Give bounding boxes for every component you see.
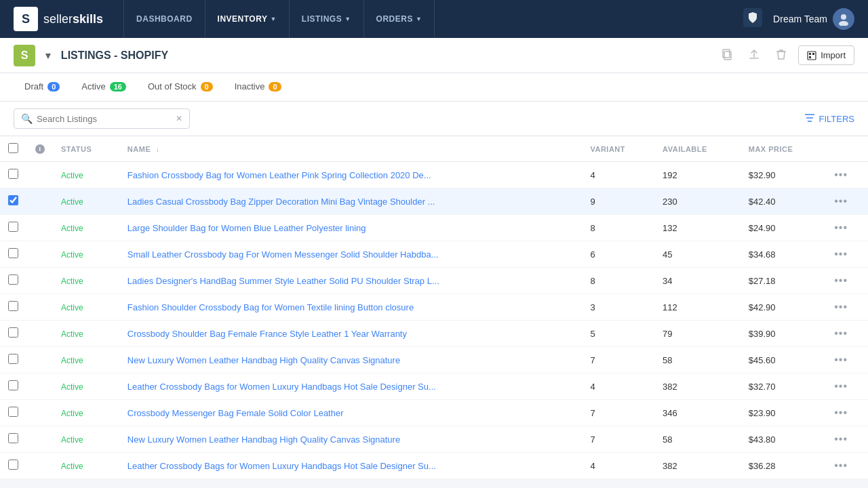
select-all-checkbox[interactable] <box>8 143 18 153</box>
row-checkbox[interactable] <box>8 327 18 338</box>
tab-out-of-stock[interactable]: Out of Stock 0 <box>137 73 224 101</box>
row-info-cell <box>27 373 53 400</box>
row-checkbox[interactable] <box>8 222 18 232</box>
row-actions-menu[interactable]: ••• <box>834 354 848 365</box>
row-actions-menu[interactable]: ••• <box>834 327 848 339</box>
tab-inactive[interactable]: Inactive 0 <box>224 73 292 101</box>
row-info-cell <box>27 321 53 347</box>
clear-icon[interactable]: ✕ <box>176 114 182 123</box>
row-name: Ladies Designer's HandBag Summer Style L… <box>119 268 583 294</box>
name-col-header[interactable]: NAME ↓ <box>119 136 583 162</box>
sub-header: S ▼ LISTINGS - SHOPIFY <box>0 38 868 73</box>
row-checkbox[interactable] <box>8 380 18 390</box>
table-row: Active Crossbody Messenger Bag Female So… <box>0 400 868 426</box>
row-max-price: $42.40 <box>741 188 826 215</box>
filters-button[interactable]: FILTERS <box>804 113 855 125</box>
logo-area[interactable]: S sellerskills <box>14 7 103 31</box>
row-info-cell <box>27 188 53 215</box>
row-variant: 5 <box>582 321 654 347</box>
row-actions-cell: ••• <box>826 321 868 347</box>
row-checkbox-cell <box>0 426 27 453</box>
product-link[interactable]: Crossbody Shoulder Bag Female France Sty… <box>127 329 407 339</box>
row-status: Active <box>53 347 119 373</box>
info-col: i <box>27 136 53 162</box>
row-checkbox[interactable] <box>8 433 18 443</box>
row-actions-menu[interactable]: ••• <box>834 248 848 260</box>
table-row: Active New Luxury Women Leather Handbag … <box>0 347 868 373</box>
row-name: Leather Crossbody Bags for Women Luxury … <box>119 453 583 479</box>
row-actions-menu[interactable]: ••• <box>834 407 848 418</box>
row-checkbox-cell <box>0 241 27 268</box>
search-input[interactable] <box>37 114 172 124</box>
sort-icon: ↓ <box>156 146 160 153</box>
search-box[interactable]: 🔍 ✕ <box>14 108 190 129</box>
row-actions-cell: ••• <box>826 294 868 321</box>
row-checkbox[interactable] <box>8 195 18 205</box>
product-link[interactable]: Small Leather Crossbody bag For Women Me… <box>127 249 439 260</box>
svg-rect-6 <box>809 53 811 55</box>
tab-draft[interactable]: Draft 0 <box>14 73 71 101</box>
header-app-icon[interactable] <box>743 8 762 30</box>
product-link[interactable]: Leather Crossbody Bags for Women Luxury … <box>127 461 436 471</box>
row-actions-menu[interactable]: ••• <box>834 301 848 312</box>
product-link[interactable]: Large Shoulder Bag for Women Blue Leathe… <box>127 223 366 233</box>
row-actions-menu[interactable]: ••• <box>834 460 848 471</box>
product-link[interactable]: New Luxury Women Leather Handbag High Qu… <box>127 355 400 365</box>
product-link[interactable]: Crossbody Messenger Bag Female Solid Col… <box>127 408 344 418</box>
upload-icon[interactable] <box>744 45 764 66</box>
row-checkbox[interactable] <box>8 301 18 311</box>
row-actions-cell: ••• <box>826 426 868 453</box>
row-variant: 9 <box>582 188 654 215</box>
row-actions-menu[interactable]: ••• <box>834 195 848 207</box>
row-checkbox-cell <box>0 453 27 479</box>
row-checkbox[interactable] <box>8 169 18 179</box>
row-variant: 6 <box>582 241 654 268</box>
row-actions-menu[interactable]: ••• <box>834 380 848 392</box>
select-all-col <box>0 136 27 162</box>
import-button[interactable]: Import <box>798 45 854 65</box>
nav-orders[interactable]: ORDERS ▼ <box>364 0 435 38</box>
row-checkbox[interactable] <box>8 248 18 258</box>
row-checkbox-cell <box>0 373 27 400</box>
row-available: 58 <box>654 347 741 373</box>
tab-active[interactable]: Active 16 <box>71 73 137 101</box>
nav-dashboard[interactable]: DASHBOARD <box>123 0 205 38</box>
product-link[interactable]: Fashion Shoulder Crossbody Bag for Women… <box>127 302 414 312</box>
row-info-cell <box>27 215 53 241</box>
nav-listings[interactable]: LISTINGS ▼ <box>290 0 364 38</box>
copy-icon[interactable] <box>717 45 737 66</box>
row-available: 112 <box>654 294 741 321</box>
main-header: S sellerskills DASHBOARD INVENTORY ▼ LIS… <box>0 0 868 38</box>
row-actions-menu[interactable]: ••• <box>834 274 848 286</box>
row-max-price: $24.90 <box>741 215 826 241</box>
row-checkbox[interactable] <box>8 354 18 364</box>
shopify-dropdown[interactable]: ▼ <box>43 50 53 61</box>
row-actions-menu[interactable]: ••• <box>834 169 848 180</box>
row-available: 346 <box>654 400 741 426</box>
product-link[interactable]: Ladies Designer's HandBag Summer Style L… <box>127 276 439 286</box>
row-checkbox-cell <box>0 268 27 294</box>
user-menu[interactable]: Dream Team <box>773 8 854 30</box>
row-checkbox-cell <box>0 321 27 347</box>
chevron-down-icon: ▼ <box>270 16 276 22</box>
table-row: Active Leather Crossbody Bags for Women … <box>0 373 868 400</box>
trash-icon[interactable] <box>771 45 791 66</box>
row-checkbox[interactable] <box>8 460 18 470</box>
row-actions-menu[interactable]: ••• <box>834 222 848 233</box>
nav-inventory[interactable]: INVENTORY ▼ <box>205 0 290 38</box>
out-of-stock-badge: 0 <box>201 82 213 92</box>
product-link[interactable]: New Luxury Women Leather Handbag High Qu… <box>127 434 400 445</box>
row-variant: 8 <box>582 268 654 294</box>
row-max-price: $45.60 <box>741 347 826 373</box>
row-actions-cell: ••• <box>826 241 868 268</box>
row-checkbox[interactable] <box>8 274 18 285</box>
row-checkbox[interactable] <box>8 407 18 417</box>
svg-rect-7 <box>812 53 814 55</box>
row-actions-menu[interactable]: ••• <box>834 433 848 445</box>
main-nav: DASHBOARD INVENTORY ▼ LISTINGS ▼ ORDERS … <box>123 0 743 38</box>
product-link[interactable]: Fashion Crossbody Bag for Women Leather … <box>127 170 431 180</box>
product-link[interactable]: Leather Crossbody Bags for Women Luxury … <box>127 382 436 392</box>
product-link[interactable]: Ladies Casual Crossbody Bag Zipper Decor… <box>127 197 435 207</box>
row-available: 382 <box>654 453 741 479</box>
row-variant: 4 <box>582 453 654 479</box>
